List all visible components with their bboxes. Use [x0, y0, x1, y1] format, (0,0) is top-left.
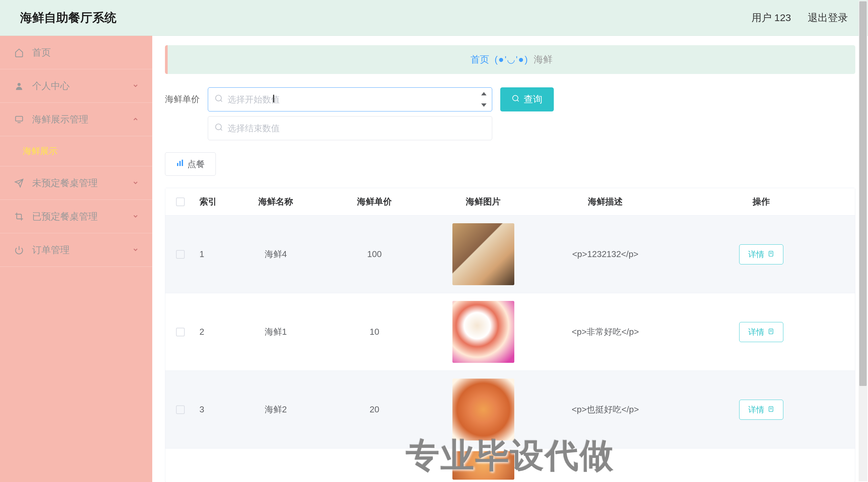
plane-icon	[13, 177, 25, 189]
sidebar: 首页 个人中心 海鲜展示管理 海鲜展示 未	[0, 36, 152, 482]
document-icon	[768, 405, 774, 414]
text-cursor-icon: I	[272, 92, 273, 106]
sidebar-item-label: 未预定餐桌管理	[32, 177, 98, 189]
sidebar-item-label: 订单管理	[32, 244, 70, 257]
breadcrumb: 首页 (●'◡'●) 海鲜	[165, 45, 855, 74]
detail-button-label: 详情	[748, 404, 764, 415]
svg-point-3	[216, 95, 221, 101]
cell-desc: <p>1232132</p>	[544, 249, 667, 260]
chevron-down-icon	[132, 211, 139, 222]
cell-name: 海鲜4	[225, 248, 326, 260]
th-idx: 索引	[195, 188, 225, 215]
detail-button-label: 详情	[748, 327, 764, 337]
sidebar-item-home[interactable]: 首页	[0, 36, 152, 69]
user-icon	[13, 80, 25, 92]
sidebar-item-personal[interactable]: 个人中心	[0, 69, 152, 103]
table-header: 索引 海鲜名称 海鲜单价 海鲜图片 海鲜描述 操作	[165, 188, 855, 216]
cell-image[interactable]	[453, 223, 514, 285]
logout-link[interactable]: 退出登录	[808, 11, 848, 25]
order-button[interactable]: 点餐	[165, 152, 216, 176]
cell-idx: 3	[195, 404, 225, 415]
power-icon	[13, 244, 25, 256]
th-op: 操作	[667, 188, 855, 215]
cell-desc: <p>非常好吃</p>	[544, 326, 667, 338]
search-row: 海鲜单价 I	[165, 87, 855, 140]
cell-idx: 2	[195, 327, 225, 337]
crop-icon	[13, 211, 25, 222]
sidebar-item-orders[interactable]: 订单管理	[0, 233, 152, 267]
cell-desc: <p>也挺好吃</p>	[544, 404, 667, 415]
sidebar-item-label: 首页	[32, 46, 51, 59]
table: 索引 海鲜名称 海鲜单价 海鲜图片 海鲜描述 操作 1 海鲜4 100 <p>1…	[165, 188, 855, 482]
spinner-down[interactable]	[479, 101, 489, 109]
main-content: 首页 (●'◡'●) 海鲜 海鲜单价 I	[152, 36, 868, 482]
cell-idx: 1	[195, 249, 225, 260]
scrollbar-thumb[interactable]	[859, 1, 867, 386]
svg-marker-6	[481, 103, 487, 107]
start-value-input[interactable]	[208, 87, 492, 112]
document-icon	[768, 327, 774, 337]
svg-point-9	[513, 95, 518, 101]
table-row: 3 海鲜2 20 <p>也挺好吃</p> 详情	[165, 371, 855, 449]
th-check	[165, 188, 195, 215]
svg-rect-12	[179, 161, 181, 166]
search-icon	[512, 94, 520, 105]
cell-image[interactable]	[453, 301, 514, 363]
chevron-down-icon	[132, 81, 139, 91]
th-name: 海鲜名称	[225, 188, 326, 215]
search-icon	[215, 123, 223, 133]
detail-button[interactable]: 详情	[739, 400, 783, 420]
header: 海鲜自助餐厅系统 用户 123 退出登录	[0, 0, 868, 36]
sidebar-item-reserved[interactable]: 已预定餐桌管理	[0, 200, 152, 233]
query-button[interactable]: 查询	[500, 87, 554, 112]
sidebar-sub-seafood-display[interactable]: 海鲜展示	[0, 136, 152, 167]
svg-point-7	[216, 124, 221, 129]
detail-button-label: 详情	[748, 249, 764, 260]
home-icon	[13, 47, 25, 58]
order-button-label: 点餐	[187, 158, 205, 170]
header-right: 用户 123 退出登录	[751, 11, 848, 25]
svg-rect-13	[182, 160, 183, 166]
user-label[interactable]: 用户 123	[751, 11, 791, 25]
row-checkbox[interactable]	[176, 250, 185, 259]
sidebar-item-seafood-display[interactable]: 海鲜展示管理	[0, 103, 152, 136]
end-value-wrap	[208, 116, 492, 140]
table-row	[165, 449, 855, 482]
chevron-up-icon	[132, 114, 139, 125]
sidebar-item-unreserved[interactable]: 未预定餐桌管理	[0, 167, 152, 200]
svg-marker-5	[481, 92, 487, 95]
app-title: 海鲜自助餐厅系统	[20, 10, 117, 26]
cell-image[interactable]	[453, 379, 514, 441]
detail-button[interactable]: 详情	[739, 244, 783, 265]
th-desc: 海鲜描述	[544, 188, 667, 215]
row-checkbox[interactable]	[176, 405, 185, 414]
cell-image[interactable]	[453, 451, 514, 480]
sidebar-item-label: 海鲜展示管理	[32, 113, 88, 126]
spinner-up[interactable]	[479, 90, 489, 97]
breadcrumb-sep: (●'◡'●)	[495, 54, 528, 65]
sidebar-sub-label: 海鲜展示	[23, 145, 58, 157]
cell-price: 10	[326, 327, 423, 337]
row-checkbox[interactable]	[176, 328, 185, 336]
svg-point-0	[18, 83, 21, 86]
end-value-input[interactable]	[208, 116, 492, 140]
svg-line-8	[220, 129, 222, 130]
bar-chart-icon	[176, 159, 184, 169]
sidebar-item-label: 已预定餐桌管理	[32, 210, 98, 223]
sidebar-item-label: 个人中心	[32, 80, 70, 92]
breadcrumb-home[interactable]: 首页	[470, 54, 489, 65]
query-button-label: 查询	[524, 93, 542, 106]
detail-button[interactable]: 详情	[739, 322, 783, 342]
chevron-down-icon	[132, 245, 139, 255]
display-icon	[13, 114, 25, 125]
cell-name: 海鲜1	[225, 326, 326, 338]
select-all-checkbox[interactable]	[176, 198, 185, 206]
breadcrumb-current: 海鲜	[534, 54, 553, 65]
layout: 首页 个人中心 海鲜展示管理 海鲜展示 未	[0, 36, 868, 482]
document-icon	[768, 250, 774, 259]
number-spinner	[479, 90, 489, 109]
cell-price: 20	[326, 404, 423, 415]
table-row: 1 海鲜4 100 <p>1232132</p> 详情	[165, 216, 855, 293]
chevron-down-icon	[132, 178, 139, 188]
scrollbar[interactable]	[859, 1, 867, 481]
